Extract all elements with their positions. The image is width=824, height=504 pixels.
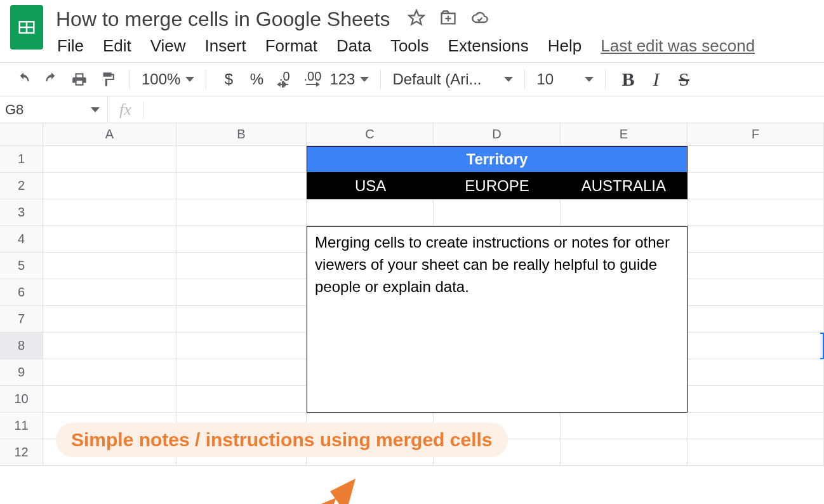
formula-input[interactable]	[143, 96, 824, 123]
svg-marker-6	[316, 82, 320, 87]
cell[interactable]	[688, 253, 824, 279]
format-percent-button[interactable]: %	[246, 68, 267, 91]
name-box[interactable]: G8	[0, 96, 108, 123]
font-size-value: 10	[536, 70, 554, 88]
last-edit-link[interactable]: Last edit was second	[601, 36, 755, 56]
row-header[interactable]: 12	[0, 439, 43, 466]
cell[interactable]	[688, 386, 824, 413]
cell[interactable]	[688, 439, 824, 466]
font-dropdown[interactable]: Default (Ari...	[392, 70, 513, 88]
bold-button[interactable]: B	[617, 68, 639, 91]
cell[interactable]	[176, 306, 307, 333]
col-header-d[interactable]: D	[434, 123, 561, 145]
cell[interactable]	[176, 199, 307, 226]
cell-australia[interactable]: AUSTRALIA	[561, 173, 687, 199]
menu-file[interactable]: File	[57, 36, 84, 56]
cell[interactable]	[176, 333, 307, 359]
cell[interactable]	[43, 279, 176, 306]
row-header[interactable]: 5	[0, 253, 43, 279]
paint-format-button[interactable]	[96, 68, 118, 91]
cell[interactable]	[43, 386, 176, 413]
cell-europe[interactable]: EUROPE	[434, 173, 560, 199]
row-header[interactable]: 10	[0, 386, 43, 413]
cell[interactable]	[43, 199, 176, 226]
cell[interactable]	[688, 199, 824, 226]
col-header-c[interactable]: C	[307, 123, 434, 145]
row-header[interactable]: 7	[0, 306, 43, 333]
row-header[interactable]: 11	[0, 413, 43, 439]
cell[interactable]	[688, 146, 824, 173]
italic-button[interactable]: I	[645, 68, 667, 91]
move-icon[interactable]	[439, 9, 457, 29]
cell[interactable]	[688, 413, 824, 439]
spreadsheet-grid[interactable]: A B C D E F 123456789101112 Territory US…	[0, 123, 824, 466]
menu-data[interactable]: Data	[336, 36, 371, 56]
menu-extensions[interactable]: Extensions	[448, 36, 529, 56]
cell[interactable]	[688, 279, 824, 306]
cell[interactable]	[43, 306, 176, 333]
fx-icon: fx	[108, 100, 143, 119]
col-header-b[interactable]: B	[176, 123, 307, 145]
cell[interactable]	[434, 199, 561, 226]
menu-view[interactable]: View	[150, 36, 186, 56]
menu-tools[interactable]: Tools	[390, 36, 429, 56]
cell[interactable]	[688, 173, 824, 199]
row-header[interactable]: 9	[0, 359, 43, 386]
cell[interactable]	[176, 359, 307, 386]
print-button[interactable]	[69, 68, 90, 91]
grid-row: 3	[0, 199, 824, 226]
cell[interactable]	[176, 226, 307, 253]
menu-insert[interactable]: Insert	[205, 36, 246, 56]
zoom-dropdown[interactable]: 100%	[142, 70, 194, 88]
strikethrough-button[interactable]: S	[673, 68, 694, 91]
row-header[interactable]: 4	[0, 226, 43, 253]
decrease-decimal-button[interactable]: .0	[274, 68, 295, 91]
row-header[interactable]: 8	[0, 333, 43, 359]
redo-button[interactable]	[41, 68, 62, 91]
document-title[interactable]: How to merge cells in Google Sheets	[56, 5, 390, 32]
cell[interactable]	[307, 199, 434, 226]
cell[interactable]	[688, 359, 824, 386]
cell[interactable]	[176, 279, 307, 306]
formula-bar: G8 fx	[0, 96, 824, 123]
cell[interactable]	[688, 333, 824, 359]
menu-bar: File Edit View Insert Format Data Tools …	[56, 32, 824, 62]
cell[interactable]	[43, 333, 176, 359]
menu-help[interactable]: Help	[548, 36, 581, 56]
cell[interactable]	[561, 439, 688, 466]
star-icon[interactable]	[408, 9, 425, 29]
col-header-e[interactable]: E	[561, 123, 688, 145]
cell[interactable]	[43, 146, 176, 173]
row-header[interactable]: 1	[0, 146, 43, 173]
row-header[interactable]: 2	[0, 173, 43, 199]
format-currency-button[interactable]: $	[218, 68, 239, 91]
cell[interactable]	[688, 306, 824, 333]
select-all-corner[interactable]	[0, 123, 43, 145]
row-header[interactable]: 6	[0, 279, 43, 306]
row-header[interactable]: 3	[0, 199, 43, 226]
cell[interactable]	[561, 199, 688, 226]
cell[interactable]	[43, 226, 176, 253]
font-size-dropdown[interactable]: 10	[536, 70, 594, 88]
merged-note-box[interactable]: Merging cells to create instructions or …	[307, 226, 688, 413]
increase-decimal-button[interactable]: .00	[302, 68, 323, 91]
cell[interactable]	[176, 386, 307, 413]
cell[interactable]	[176, 253, 307, 279]
cell[interactable]	[43, 173, 176, 199]
cloud-status-icon[interactable]	[471, 9, 489, 29]
svg-marker-4	[409, 10, 424, 24]
cell[interactable]	[688, 226, 824, 253]
menu-edit[interactable]: Edit	[103, 36, 131, 56]
menu-format[interactable]: Format	[265, 36, 317, 56]
undo-button[interactable]	[13, 68, 34, 91]
merged-header-territory[interactable]: Territory	[307, 146, 688, 173]
cell[interactable]	[176, 146, 307, 173]
cell[interactable]	[43, 359, 176, 386]
col-header-a[interactable]: A	[43, 123, 176, 145]
cell-usa[interactable]: USA	[307, 173, 434, 199]
cell[interactable]	[176, 173, 307, 199]
more-formats-dropdown[interactable]: 123	[329, 70, 369, 88]
col-header-f[interactable]: F	[688, 123, 824, 145]
cell[interactable]	[43, 253, 176, 279]
cell[interactable]	[561, 413, 688, 439]
